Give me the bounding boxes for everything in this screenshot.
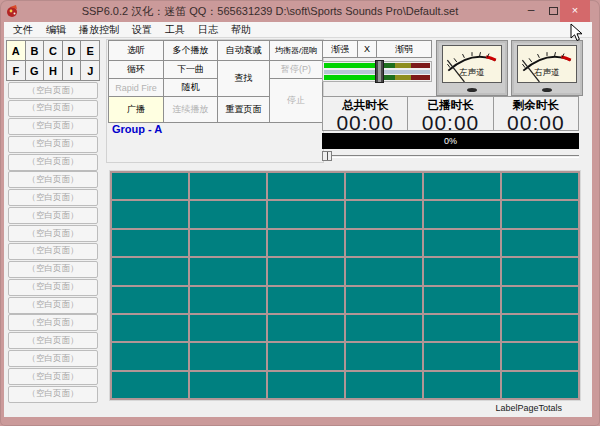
sound-cell[interactable] xyxy=(346,287,422,313)
menu-item[interactable]: 设置 xyxy=(132,23,152,37)
blank-page-button[interactable]: （空白页面） xyxy=(8,261,98,278)
fade-out-button[interactable]: 渐弱 xyxy=(376,40,432,58)
sound-cell[interactable] xyxy=(190,201,266,227)
menu-item[interactable]: 文件 xyxy=(13,23,33,37)
sound-cell[interactable] xyxy=(502,343,578,369)
sound-cell[interactable] xyxy=(190,258,266,284)
sound-cell[interactable] xyxy=(268,173,344,199)
sound-cell[interactable] xyxy=(346,230,422,256)
blank-page-button[interactable]: （空白页面） xyxy=(8,314,98,331)
reset-page-button[interactable]: 重置页面 xyxy=(217,96,270,123)
blank-page-button[interactable]: （空白页面） xyxy=(8,279,98,296)
fade-cancel-button[interactable]: X xyxy=(357,40,377,58)
sound-cell[interactable] xyxy=(346,258,422,284)
sound-cell[interactable] xyxy=(424,173,500,199)
sound-cell[interactable] xyxy=(190,230,266,256)
audition-button[interactable]: 选听 xyxy=(108,40,164,61)
menu-item[interactable]: 日志 xyxy=(198,23,218,37)
sound-cell[interactable] xyxy=(502,173,578,199)
sound-cell[interactable] xyxy=(346,315,422,341)
page-letter-a[interactable]: A xyxy=(6,40,26,61)
page-letter-d[interactable]: D xyxy=(62,40,82,61)
sound-cell[interactable] xyxy=(502,315,578,341)
sound-cell[interactable] xyxy=(112,287,188,313)
page-letter-i[interactable]: I xyxy=(62,60,82,81)
menu-item[interactable]: 帮助 xyxy=(231,23,251,37)
sound-cell[interactable] xyxy=(268,315,344,341)
sound-cell[interactable] xyxy=(502,372,578,398)
menu-item[interactable]: 工具 xyxy=(165,23,185,37)
sound-cell[interactable] xyxy=(346,201,422,227)
sound-cell[interactable] xyxy=(424,287,500,313)
sound-cell[interactable] xyxy=(502,230,578,256)
sound-cell[interactable] xyxy=(268,201,344,227)
sound-cell[interactable] xyxy=(112,173,188,199)
sound-cell[interactable] xyxy=(112,258,188,284)
sound-cell[interactable] xyxy=(112,230,188,256)
blank-page-button[interactable]: （空白页面） xyxy=(8,100,98,117)
stop-button[interactable]: 停止 xyxy=(269,78,323,123)
sound-cell[interactable] xyxy=(346,343,422,369)
sound-cell[interactable] xyxy=(424,201,500,227)
blank-page-button[interactable]: （空白页面） xyxy=(8,171,98,188)
sound-cell[interactable] xyxy=(268,258,344,284)
sound-cell[interactable] xyxy=(502,201,578,227)
sound-cell[interactable] xyxy=(502,258,578,284)
blank-page-button[interactable]: （空白页面） xyxy=(8,82,98,99)
blank-page-button[interactable]: （空白页面） xyxy=(8,207,98,224)
page-letter-j[interactable]: J xyxy=(80,60,100,81)
blank-page-button[interactable]: （空白页面） xyxy=(8,225,98,242)
blank-page-button[interactable]: （空白页面） xyxy=(8,243,98,260)
eq-reverb-button[interactable]: 均衡器/混响 xyxy=(269,40,323,61)
sound-cell[interactable] xyxy=(424,372,500,398)
close-button[interactable]: × xyxy=(560,0,590,22)
seek-slider-thumb[interactable] xyxy=(322,151,332,161)
fade-in-button[interactable]: 渐强 xyxy=(322,40,358,58)
sound-cell[interactable] xyxy=(268,230,344,256)
follow-on-button[interactable]: 连续播放 xyxy=(163,96,218,123)
sound-cell[interactable] xyxy=(190,287,266,313)
menu-item[interactable]: 播放控制 xyxy=(79,23,119,37)
sound-cell[interactable] xyxy=(112,343,188,369)
sound-cell[interactable] xyxy=(346,173,422,199)
page-letter-c[interactable]: C xyxy=(43,40,63,61)
rapid-fire-button[interactable]: Rapid Fire xyxy=(108,78,164,97)
sound-cell[interactable] xyxy=(190,173,266,199)
pause-button[interactable]: 暂停(P) xyxy=(269,60,323,79)
sound-cell[interactable] xyxy=(268,372,344,398)
sound-cell[interactable] xyxy=(424,258,500,284)
title-bar[interactable]: SSP6.0.2 汉化：迷笛 QQ：565631239 D:\soft\Spor… xyxy=(0,0,600,22)
loop-button[interactable]: 循环 xyxy=(108,60,164,79)
sound-cell[interactable] xyxy=(268,343,344,369)
multi-play-button[interactable]: 多个播放 xyxy=(163,40,218,61)
blank-page-button[interactable]: （空白页面） xyxy=(8,350,98,367)
menu-item[interactable]: 编辑 xyxy=(46,23,66,37)
blank-page-button[interactable]: （空白页面） xyxy=(8,297,98,314)
blank-page-button[interactable]: （空白页面） xyxy=(8,332,98,349)
broadcast-button[interactable]: 广播 xyxy=(108,96,164,123)
minimize-button[interactable]: – xyxy=(522,0,540,22)
blank-page-button[interactable]: （空白页面） xyxy=(8,368,98,385)
blank-page-button[interactable]: （空白页面） xyxy=(8,154,98,171)
seek-slider-track[interactable] xyxy=(322,155,579,158)
sound-cell[interactable] xyxy=(268,287,344,313)
page-letter-e[interactable]: E xyxy=(80,40,100,61)
sound-cell[interactable] xyxy=(424,230,500,256)
blank-page-button[interactable]: （空白页面） xyxy=(8,136,98,153)
random-button[interactable]: 随机 xyxy=(163,78,218,97)
page-letter-g[interactable]: G xyxy=(25,60,45,81)
sound-cell[interactable] xyxy=(190,315,266,341)
sound-cell[interactable] xyxy=(424,343,500,369)
blank-page-button[interactable]: （空白页面） xyxy=(8,386,98,403)
sound-cell[interactable] xyxy=(112,372,188,398)
find-button[interactable]: 查找 xyxy=(217,60,270,97)
sound-cell[interactable] xyxy=(346,372,422,398)
sound-cell[interactable] xyxy=(502,287,578,313)
auto-fade-button[interactable]: 自动衰减 xyxy=(217,40,270,61)
sound-cell[interactable] xyxy=(190,343,266,369)
sound-cell[interactable] xyxy=(112,315,188,341)
sound-cell[interactable] xyxy=(190,372,266,398)
page-letter-h[interactable]: H xyxy=(43,60,63,81)
volume-bar[interactable] xyxy=(322,61,432,82)
next-song-button[interactable]: 下一曲 xyxy=(163,60,218,79)
